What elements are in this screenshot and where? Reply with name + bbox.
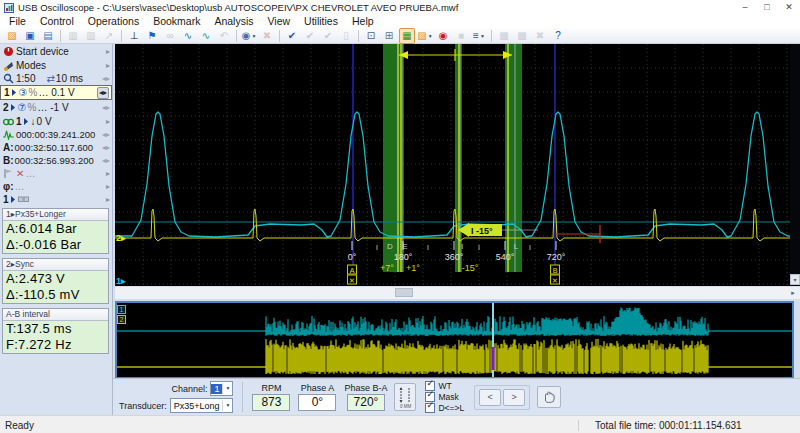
play-icon (11, 87, 17, 98)
flag-icon (3, 168, 14, 179)
spin-buttons[interactable]: ◂▸ (102, 156, 110, 165)
sidebar-row-channel-2-settings[interactable]: 2⑦%… -1 V◂▸ (0, 100, 112, 115)
horizontal-scrollbar[interactable]: ▸ (115, 287, 800, 299)
row-text: ✕ (16, 168, 24, 179)
copy-screen-button[interactable]: ⊞ (381, 28, 397, 44)
measurement-value: A:2.473 V (3, 271, 108, 287)
spin-buttons[interactable]: ◂▸ (102, 74, 110, 83)
copy-data-button: ▥ (83, 28, 99, 44)
settings-button[interactable]: ≡▼ (471, 28, 487, 44)
prev-cycle-button[interactable]: < (479, 389, 501, 406)
app-icon (4, 3, 14, 13)
sidebar-row-channel-1-settings[interactable]: 1③%… 0.1 V◂▸ (0, 85, 112, 100)
menubar: FileControlOperationsBookmarkAnalysisVie… (0, 15, 800, 28)
ruler-button[interactable]: ⊥ (126, 28, 142, 44)
maximize-button[interactable]: □ (756, 0, 778, 15)
open-script-button[interactable]: ▨▼ (417, 28, 433, 44)
row-text: … -1 V (37, 102, 68, 113)
spin-buttons[interactable]: ◂▸ (97, 87, 109, 99)
next-cycle-button[interactable]: > (503, 389, 525, 406)
status-bar: Ready Total file time: 000:01:11.154.631 (0, 415, 800, 433)
loop-icon: ∞ (166, 30, 173, 41)
ch1-zero-label: 1▸ (116, 276, 126, 286)
record-button[interactable]: ◉ (435, 28, 451, 44)
measurement-value: F:7.272 Hz (3, 337, 108, 353)
menu-operations[interactable]: Operations (81, 15, 146, 28)
bookmark-icon: ⚑ (148, 30, 157, 41)
sidebar-row-modes[interactable]: Modes▸ (0, 58, 112, 72)
chevron-icon[interactable]: ▸ (106, 195, 110, 204)
dropdown-icon: ▼ (222, 400, 232, 411)
save-icon: ▣ (25, 30, 34, 41)
pan-hand-button[interactable] (537, 386, 561, 408)
help-button[interactable]: ? (550, 28, 566, 44)
sidebar-row-current-time[interactable]: 000:00:39.241.200◂▸ (0, 128, 112, 141)
sidebar-row-flag-markers[interactable]: ✕…▸ (0, 167, 112, 180)
chevron-icon[interactable]: ▸ (106, 61, 110, 70)
menu-control[interactable]: Control (33, 15, 81, 28)
menu-bookmark[interactable]: Bookmark (146, 15, 207, 28)
cycle-marker: A✕ (348, 265, 357, 284)
channel-select[interactable]: 1 ▼ (210, 381, 233, 396)
chevron-icon[interactable]: ▸ (106, 117, 110, 126)
copy-image-icon: ▥ (68, 30, 77, 41)
bookmark-button[interactable]: ⚑ (144, 28, 160, 44)
toolbar: ▨▣▤▥▥↗⊥⚑∞∿∿↶◉▼✖✔✔✔▯⊡⊞▦▨▼◉■≡▼▩▩✖? (0, 28, 800, 44)
scrollbar-thumb[interactable] (395, 288, 413, 297)
main-waveform-chart[interactable]: 0°180°360°540°720°+7°+1°-15°DEILI -15°A✕… (115, 44, 790, 286)
sidebar-row-marker-a-time[interactable]: A:000:32:50.117.600◂▸ (0, 141, 112, 154)
svg-text:E: E (402, 242, 407, 251)
menu-view[interactable]: View (261, 15, 298, 28)
svg-text:1: 1 (120, 306, 124, 313)
panel-header: 2▸Sync (3, 259, 108, 271)
close-button[interactable]: ✕ (778, 0, 800, 15)
sidebar-row-start-device[interactable]: Start device▸ (0, 44, 112, 58)
overview-strip[interactable]: 12 (115, 301, 794, 379)
row-text: A: (3, 142, 14, 153)
export-icon: ▤ (43, 30, 52, 41)
accept-button[interactable]: ✔ (284, 28, 300, 44)
lines-mode-button[interactable]: ∿ (198, 28, 214, 44)
svg-text:540°: 540° (496, 252, 515, 262)
sidebar-row-overlay-settings[interactable]: 1▸ (0, 193, 112, 206)
report-icon: ▯ (343, 30, 349, 41)
transducer-select[interactable]: Px35+Long ▼ (170, 398, 234, 413)
menu-utilities[interactable]: Utilities (297, 15, 345, 28)
record-icon: ◉ (439, 30, 448, 41)
cylinder-setup-button[interactable]: 0 MM L (394, 383, 416, 411)
scroll-down-icon[interactable]: ▾ (790, 274, 800, 285)
spin-buttons[interactable]: ◂▸ (102, 143, 110, 152)
menu-analysis[interactable]: Analysis (207, 15, 260, 28)
save-button[interactable]: ▣ (22, 28, 38, 44)
spin-buttons[interactable]: ◂▸ (102, 130, 110, 139)
send-icon: ↗ (105, 30, 113, 41)
checkbox-dl[interactable]: ✓D<=>L (425, 403, 464, 413)
scroll-right-icon[interactable]: ▸ (787, 288, 799, 298)
mask-view-button[interactable]: ▦ (399, 28, 415, 44)
check-icon: ✓ (426, 379, 434, 388)
sidebar-row-scale-timebase[interactable]: 1:50⇄10 ms◂▸ (0, 72, 112, 85)
vertical-scrollbar[interactable]: ▾ (790, 44, 800, 286)
checkbox-icon[interactable]: ✓ (425, 403, 435, 413)
spin-buttons[interactable]: ◂▸ (102, 103, 110, 112)
export-button[interactable]: ▤ (40, 28, 56, 44)
next-frame-icon: ▩ (517, 30, 526, 41)
points-mode-button[interactable]: ∿ (180, 28, 196, 44)
sidebar-row-trigger-settings[interactable]: 1↓0 V▸ (0, 115, 112, 128)
zoom-mode-button[interactable]: ◉▼ (241, 28, 257, 44)
minimize-button[interactable]: – (734, 0, 756, 15)
delete-frame-button: ✖ (532, 28, 548, 44)
sidebar-row-phase-settings[interactable]: φ:…▸ (0, 180, 112, 193)
chevron-icon[interactable]: ▸ (106, 47, 110, 56)
open-file-button[interactable]: ▨ (4, 28, 20, 44)
chevron-icon[interactable]: ▸ (106, 182, 110, 191)
chevron-icon[interactable]: ▸ (106, 169, 110, 178)
svg-text:180°: 180° (394, 252, 413, 262)
menu-file[interactable]: File (2, 15, 33, 28)
menu-help[interactable]: Help (345, 15, 381, 28)
loop-button: ∞ (162, 28, 178, 44)
fit-screen-button[interactable]: ⊡ (363, 28, 379, 44)
svg-text:I -15°: I -15° (471, 226, 493, 236)
sidebar-row-marker-b-time[interactable]: B:000:32:56.993.200◂▸ (0, 154, 112, 167)
usb-oscilloscope-window: USB Oscilloscope - C:\Users\vasec\Deskto… (0, 0, 800, 433)
